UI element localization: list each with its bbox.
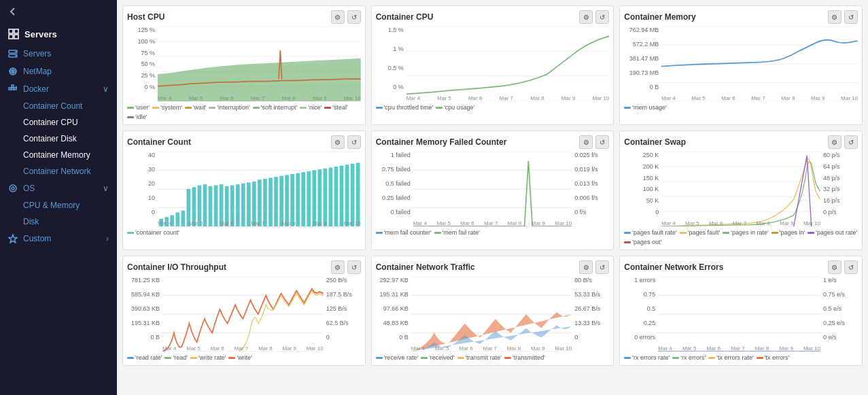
chart-gear-host-cpu[interactable]: ⚙ [331, 10, 345, 24]
x-axis-container-memory: Mar 4Mar 5Mar 6Mar 7Mar 8Mar 9Mar 10 [661, 92, 858, 101]
x-axis-memory-failed: Mar 4Mar 5Mar 6Mar 7Mar 8Mar 9Mar 10 [413, 217, 572, 226]
x-axis-container-count: Mar 4Mar 5Mar 6Mar 7Mar 8Mar 9Mar 10 [158, 217, 361, 226]
x-axis-network-traffic: Mar 4Mar 5Mar 6Mar 7Mar 8Mar 9Mar 10 [411, 342, 572, 351]
container-memory-label: Container Memory [23, 150, 90, 160]
chart-refresh-container-io[interactable]: ↺ [347, 260, 361, 274]
chart-body-container-memory: Mar 4Mar 5Mar 6Mar 7Mar 8Mar 9Mar 10 [661, 27, 858, 101]
chart-body-container-swap: Mar 4Mar 5Mar 6Mar 7Mar 8Mar 9Mar 10 [661, 152, 820, 226]
svg-rect-2 [9, 35, 13, 39]
legend-network-traffic: 'receive rate' 'received' 'transmit rate… [376, 354, 610, 361]
y-axis-right-network-traffic: 80 B/s53.33 B/s26.67 B/s13.33 B/s0 [572, 277, 609, 351]
chart-gear-network-traffic[interactable]: ⚙ [579, 260, 593, 274]
sidebar-item-container-count[interactable]: Container Count [0, 98, 117, 114]
chart-body-memory-failed: Mar 4Mar 5Mar 6Mar 7Mar 8Mar 9Mar 10 [413, 152, 572, 226]
chart-refresh-container-count[interactable]: ↺ [347, 135, 361, 149]
svg-rect-0 [9, 29, 13, 33]
svg-point-6 [15, 51, 16, 52]
chart-refresh-memory-failed[interactable]: ↺ [595, 135, 609, 149]
chart-icons-container-io: ⚙ ↺ [331, 260, 361, 274]
chart-title-container-count: Container Count [127, 137, 191, 147]
y-axis-right-network-errors: 1 e/s0.75 e/s0.5 e/s0.25 e/s0 e/s [820, 277, 858, 351]
x-axis-container-cpu: Mar 4Mar 5Mar 6Mar 7Mar 8Mar 9Mar 10 [406, 92, 610, 101]
chart-container-cpu: Container CPU ⚙ ↺ 1.5 %1 %0.5 %0 % [371, 5, 614, 125]
sidebar-item-container-network[interactable]: Container Network [0, 163, 117, 179]
chart-icons-container-swap: ⚙ ↺ [828, 135, 858, 149]
chart-host-cpu: Host CPU ⚙ ↺ 125 %100 %75 %50 %25 %0 % [122, 5, 366, 125]
legend-container-swap: 'pages fault rate' 'pages fault' 'pages … [624, 229, 858, 245]
y-axis-container-cpu: 1.5 %1 %0.5 %0 % [376, 27, 406, 101]
disk-label: Disk [23, 217, 39, 226]
docker-chevron: ∨ [103, 84, 109, 94]
sidebar-overview[interactable]: Servers [0, 23, 117, 45]
chart-gear-container-cpu[interactable]: ⚙ [579, 10, 593, 24]
y-axis-network-errors: 1 errors0.750.50.250 errors [624, 277, 658, 351]
chart-container-io: Container I/O Throughput ⚙ ↺ 781.25 KB58… [122, 256, 366, 366]
y-axis-container-memory: 762.94 MB572.2 MB381.47 MB190.73 MB0 B [624, 27, 661, 101]
x-axis-container-swap: Mar 4Mar 5Mar 6Mar 7Mar 8Mar 9Mar 10 [661, 217, 820, 226]
chart-body-container-cpu: Mar 4Mar 5Mar 6Mar 7Mar 8Mar 9Mar 10 [406, 27, 610, 101]
chart-gear-container-swap[interactable]: ⚙ [828, 135, 841, 149]
back-button[interactable] [0, 0, 117, 23]
custom-label: Custom [23, 234, 51, 243]
legend-network-errors: 'rx errors rate' 'rx errors' 'tx errors … [624, 354, 858, 361]
chart-network-errors: Container Network Errors ⚙ ↺ 1 errors0.7… [619, 256, 863, 366]
y-axis-host-cpu: 125 %100 %75 %50 %25 %0 % [127, 27, 158, 101]
chart-gear-container-io[interactable]: ⚙ [331, 260, 345, 274]
chart-refresh-container-memory[interactable]: ↺ [844, 10, 858, 24]
y-axis-memory-failed: 1 failed0.75 failed0.5 failed0.25 failed… [376, 152, 413, 226]
legend-memory-failed: 'mem fail counter' 'mem fail rate' [376, 229, 610, 236]
charts-grid: Host CPU ⚙ ↺ 125 %100 %75 %50 %25 %0 % [122, 5, 863, 366]
chart-refresh-network-errors[interactable]: ↺ [844, 260, 858, 274]
y-axis-container-io: 781.25 KB585.94 KB390.63 KB195.31 KB0 B [127, 277, 162, 351]
cpu-memory-label: CPU & Memory [23, 201, 80, 210]
chart-area-container-count: 403020100 [127, 152, 361, 226]
chart-icons-memory-failed: ⚙ ↺ [579, 135, 609, 149]
chart-area-container-cpu: 1.5 %1 %0.5 %0 % Mar 4Mar 5Mar 6Mar 7Mar… [376, 27, 610, 101]
y-axis-right-swap: 80 p/s64 p/s48 p/s32 p/s16 p/s0 p/s [820, 152, 858, 226]
chart-refresh-host-cpu[interactable]: ↺ [347, 10, 361, 24]
sidebar-item-servers[interactable]: Servers [0, 45, 117, 63]
chart-gear-memory-failed[interactable]: ⚙ [579, 135, 593, 149]
x-axis-host-cpu: Mar 4Mar 5Mar 6Mar 7Mar 8Mar 9Mar 10 [158, 92, 361, 101]
chart-body-network-errors: Mar 4Mar 5Mar 6Mar 7Mar 8Mar 9Mar 10 [658, 277, 820, 351]
chart-body-network-traffic: Mar 4Mar 5Mar 6Mar 7Mar 8Mar 9Mar 10 [411, 277, 572, 351]
sidebar-item-netmap[interactable]: NetMap [0, 63, 117, 80]
sidebar-item-disk[interactable]: Disk [0, 213, 117, 230]
svg-point-16 [12, 187, 14, 190]
svg-point-7 [15, 55, 16, 56]
chart-gear-network-errors[interactable]: ⚙ [828, 260, 841, 274]
y-axis-right-io: 250 B/s187.5 B/s125 B/s62.5 B/s0 [324, 277, 361, 351]
sidebar-item-cpu-memory[interactable]: CPU & Memory [0, 197, 117, 213]
chart-refresh-container-cpu[interactable]: ↺ [595, 10, 609, 24]
sidebar-item-container-disk[interactable]: Container Disk [0, 131, 117, 147]
chart-gear-container-count[interactable]: ⚙ [331, 135, 345, 149]
servers-label: Servers [23, 49, 51, 58]
chart-body-container-io: Mar 4Mar 5Mar 6Mar 7Mar 8Mar 9Mar 10 [162, 277, 324, 351]
chart-container-memory: Container Memory ⚙ ↺ 762.94 MB572.2 MB38… [619, 5, 863, 125]
sidebar-item-os[interactable]: OS ∨ [0, 179, 117, 197]
y-axis-right-memory-failed: 0.025 f/s0.019 f/s0.013 f/s0.006 f/s0 f/… [572, 152, 609, 226]
chart-icons-container-count: ⚙ ↺ [331, 135, 361, 149]
x-axis-network-errors: Mar 4Mar 5Mar 6Mar 7Mar 8Mar 9Mar 10 [658, 342, 820, 351]
chart-title-container-memory: Container Memory [624, 12, 695, 22]
sidebar-item-custom[interactable]: Custom › [0, 230, 117, 247]
chart-area-container-swap: 250 K200 K150 K100 K50 K0 [624, 152, 858, 226]
sidebar-item-container-memory[interactable]: Container Memory [0, 147, 117, 163]
chart-area-container-io: 781.25 KB585.94 KB390.63 KB195.31 KB0 B [127, 277, 361, 351]
chart-icons-container-cpu: ⚙ ↺ [579, 10, 609, 24]
netmap-label: NetMap [23, 67, 52, 76]
legend-container-io: 'read rate' 'read' 'write rate' 'write' [127, 354, 361, 361]
svg-rect-11 [9, 88, 11, 90]
chart-refresh-network-traffic[interactable]: ↺ [595, 260, 609, 274]
sidebar-item-docker[interactable]: Docker ∨ [0, 80, 117, 98]
chart-icons-host-cpu: ⚙ ↺ [331, 10, 361, 24]
chart-area-container-memory: 762.94 MB572.2 MB381.47 MB190.73 MB0 B M… [624, 27, 858, 101]
os-label: OS [23, 184, 35, 193]
chart-refresh-container-swap[interactable]: ↺ [844, 135, 858, 149]
chart-gear-container-memory[interactable]: ⚙ [828, 10, 841, 24]
chart-title-network-traffic: Container Network Traffic [376, 262, 475, 272]
custom-chevron: › [106, 234, 109, 243]
chart-icons-network-errors: ⚙ ↺ [828, 260, 858, 274]
sidebar-item-container-cpu[interactable]: Container CPU [0, 114, 117, 131]
chart-title-container-cpu: Container CPU [376, 12, 434, 22]
